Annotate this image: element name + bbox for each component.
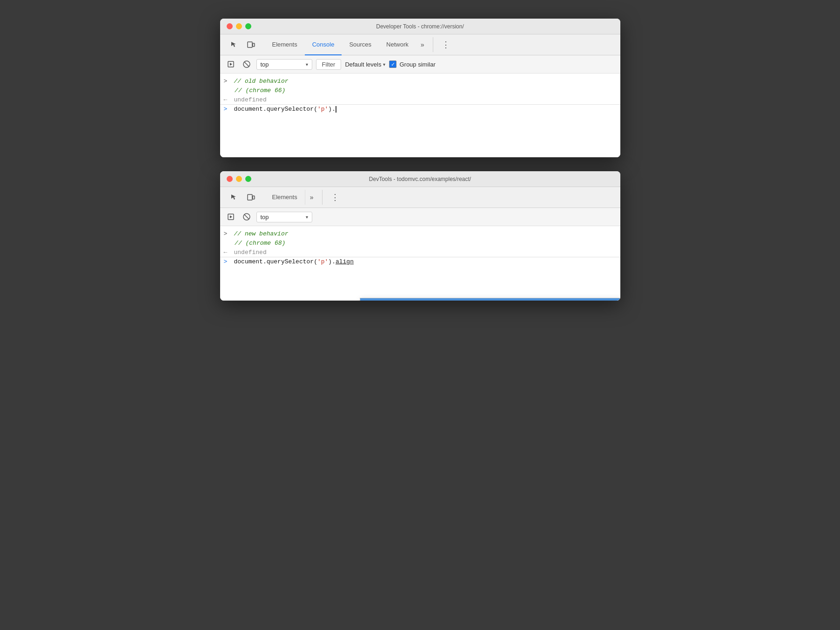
inspect-element-icon[interactable] — [228, 38, 241, 51]
tab-icon-group-2 — [224, 187, 261, 208]
minimize-button-2[interactable] — [236, 176, 242, 182]
input-arrow-1: > — [224, 78, 230, 85]
maximize-button-1[interactable] — [245, 23, 251, 29]
tab-separator-2 — [322, 190, 323, 205]
context-dropdown-arrow-1: ▾ — [306, 62, 308, 67]
device-toolbar-icon[interactable] — [244, 38, 257, 51]
svg-marker-9 — [230, 215, 232, 218]
tab-elements-1[interactable]: Elements — [265, 34, 305, 55]
code-7: undefined — [234, 249, 267, 256]
console-line-1: > // old behavior — [220, 76, 620, 86]
group-similar-checkbox-1[interactable]: ✓ Group similar — [389, 60, 435, 68]
levels-dropdown-arrow-1: ▾ — [383, 62, 385, 67]
close-button-1[interactable] — [227, 23, 233, 29]
tab-elements-2[interactable]: Elements — [265, 187, 305, 208]
filter-button-1[interactable]: Filter — [316, 59, 342, 70]
device-toolbar-icon-2[interactable] — [244, 191, 257, 204]
svg-line-11 — [244, 214, 249, 219]
minimize-button-1[interactable] — [236, 23, 242, 29]
console-line-6: ← undefined — [220, 248, 620, 257]
clear-console-icon-2[interactable] — [241, 211, 253, 223]
tab-console-1[interactable]: Console — [305, 34, 342, 55]
window-controls-2 — [227, 176, 251, 182]
tab-sources-1[interactable]: Sources — [342, 34, 379, 55]
default-levels-button-1[interactable]: Default levels ▾ — [345, 61, 385, 68]
autocomplete-dropdown: align HTMLParagraphElement constructor a… — [360, 298, 620, 301]
svg-line-5 — [244, 62, 249, 67]
tab-network-1[interactable]: Network — [379, 34, 416, 55]
console-input-line-2[interactable]: > document.querySelector('p').align — [220, 257, 620, 266]
devtools-menu-icon-2[interactable]: ⋮ — [326, 187, 344, 208]
console-output-1: > // old behavior // (chrome 66) ← undef… — [220, 74, 620, 157]
window-controls-1 — [227, 23, 251, 29]
devtools-window-2: DevTools - todomvc.com/examples/react/ E… — [220, 171, 620, 301]
return-arrow-1: ← — [224, 96, 230, 103]
clear-console-icon-1[interactable] — [241, 58, 253, 70]
console-line-5: // (chrome 68) — [220, 238, 620, 248]
svg-rect-6 — [248, 194, 252, 200]
continuation-arrow-2 — [224, 240, 231, 247]
code-2: // (chrome 66) — [235, 87, 285, 94]
autocomplete-item-align[interactable]: align HTMLParagraphElement — [360, 298, 620, 301]
more-tabs-icon-1[interactable]: » — [416, 34, 429, 55]
window-title-1: Developer Tools - chrome://version/ — [376, 23, 464, 30]
execute-icon-2[interactable] — [225, 211, 237, 223]
console-output-2: > // new behavior // (chrome 68) ← undef… — [220, 226, 620, 301]
more-tabs-icon-2[interactable]: » — [305, 187, 318, 208]
toolbar-1: top ▾ Filter Default levels ▾ ✓ Group si… — [220, 55, 620, 74]
code-5: // new behavior — [234, 230, 289, 237]
maximize-button-2[interactable] — [245, 176, 251, 182]
console-line-4: > // new behavior — [220, 229, 620, 238]
context-selector-1[interactable]: top ▾ — [256, 59, 312, 70]
title-bar-1: Developer Tools - chrome://version/ — [220, 19, 620, 34]
title-bar-2: DevTools - todomvc.com/examples/react/ — [220, 171, 620, 187]
devtools-window-1: Developer Tools - chrome://version/ Elem… — [220, 19, 620, 157]
console-line-2: // (chrome 66) — [220, 86, 620, 95]
toolbar-2: top ▾ — [220, 208, 620, 226]
code-8: document.querySelector('p').align — [234, 258, 354, 265]
code-6: // (chrome 68) — [235, 240, 285, 247]
svg-rect-0 — [248, 42, 252, 47]
context-dropdown-arrow-2: ▾ — [306, 214, 308, 220]
code-3: undefined — [234, 96, 267, 103]
return-arrow-2: ← — [224, 249, 230, 256]
tab-separator-1 — [433, 37, 433, 52]
input-arrow-2: > — [224, 106, 230, 113]
input-arrow-3: > — [224, 230, 230, 237]
tab-icon-group-1 — [224, 34, 261, 55]
context-selector-2[interactable]: top ▾ — [256, 212, 312, 222]
context-value-2: top — [261, 214, 269, 221]
console-line-3: ← undefined — [220, 95, 620, 104]
code-4: document.querySelector('p'). — [234, 106, 336, 113]
continuation-arrow-1 — [224, 87, 231, 94]
execute-icon-1[interactable] — [225, 58, 237, 70]
tab-bar-1: Elements Console Sources Network » ⋮ — [220, 34, 620, 55]
context-value-1: top — [261, 61, 269, 68]
checkbox-icon-1: ✓ — [389, 60, 396, 68]
inspect-element-icon-2[interactable] — [228, 191, 241, 204]
code-1: // old behavior — [234, 78, 289, 85]
close-button-2[interactable] — [227, 176, 233, 182]
svg-rect-7 — [253, 196, 255, 199]
tab-bar-2: Elements » ⋮ — [220, 187, 620, 208]
input-arrow-4: > — [224, 258, 230, 265]
console-input-line-1[interactable]: > document.querySelector('p'). — [220, 104, 620, 114]
devtools-menu-icon-1[interactable]: ⋮ — [437, 34, 455, 55]
svg-marker-3 — [230, 63, 232, 66]
window-title-2: DevTools - todomvc.com/examples/react/ — [369, 176, 471, 182]
svg-rect-1 — [253, 43, 255, 47]
